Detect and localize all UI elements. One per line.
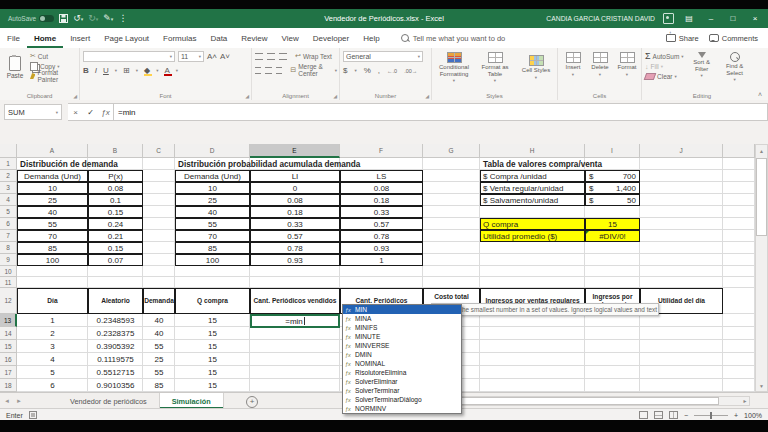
grid-cell-C3[interactable] [143,182,175,194]
cut-button[interactable]: ✂Cut [30,51,77,61]
function-option-solvereliminar[interactable]: ƒxSolverEliminar [343,377,461,386]
page-layout-view-icon[interactable] [654,411,663,419]
column-header-I[interactable]: I [585,144,640,158]
row-header-7[interactable]: 7 [0,230,17,242]
find-select-button[interactable]: Find & Select▾ [720,51,750,82]
collapse-ribbon-button[interactable]: ˄ [758,91,762,98]
cell-A3[interactable]: 10 [17,182,88,194]
grid-cell-H15[interactable] [480,340,585,353]
row-header-1[interactable]: 1 [0,158,17,170]
grid-cell-I11[interactable] [585,277,640,288]
percent-format-button[interactable]: % [364,66,371,75]
cell-E4[interactable]: 0.08 [250,194,340,206]
grid-cell-H14[interactable] [480,327,585,340]
grid-cell-J8[interactable] [640,242,723,254]
undo-button[interactable]: ↺▾ [73,14,83,24]
sim-cell-C18[interactable]: 85 [143,379,175,392]
grid-cell-G7[interactable] [423,230,480,242]
grid-cell-J15[interactable] [640,340,723,353]
grid-cell-E14[interactable] [250,327,340,340]
column-header-A[interactable]: A [17,144,88,158]
align-bottom-icon[interactable] [279,53,287,60]
autosave-toggle[interactable]: AutoSave [8,15,54,22]
font-color-button[interactable]: A [164,66,169,75]
bold-button[interactable]: B [83,66,89,75]
cell-D8[interactable]: 85 [175,242,250,254]
new-sheet-button[interactable]: + [246,396,258,408]
active-cell-e13[interactable]: =min [250,314,340,328]
cell-B6[interactable]: 0.24 [88,218,143,230]
cell-styles-button[interactable]: Cell Styles▾ [517,54,555,80]
prev-sheet-arrow[interactable]: ◄ [4,398,10,404]
ribbon-tab-view[interactable]: View [275,28,306,48]
grid-cell-C8[interactable] [143,242,175,254]
clipboard-dialog-launcher[interactable]: ◢ [73,93,77,99]
grid-cell-K14[interactable] [723,327,755,340]
decrease-decimal-button[interactable]: .00→ [404,68,417,74]
function-option-solverterminardiálogo[interactable]: ƒxSolverTerminarDiálogo [343,395,461,404]
ribbon-tab-data[interactable]: Data [203,28,234,48]
ribbon-tab-review[interactable]: Review [234,28,274,48]
grid-cell-G1[interactable] [423,158,480,170]
cumulative-header-E[interactable]: LI [250,170,340,182]
grid-cell-K1[interactable] [723,158,755,170]
cell-D6[interactable]: 55 [175,218,250,230]
redo-button[interactable]: ↻▾ [88,14,98,24]
grid-cell-K15[interactable] [723,340,755,353]
row-header-8[interactable]: 8 [0,242,17,254]
price-table-title[interactable]: Tabla de valores compra/venta [481,158,656,170]
grid-cell-C2[interactable] [143,170,175,182]
increase-decimal-button[interactable]: ←.0 [387,68,397,74]
cell-B3[interactable]: 0.08 [88,182,143,194]
fill-color-button[interactable]: ◆ [144,66,150,75]
alignment-dialog-launcher[interactable]: ◢ [333,93,337,99]
column-header-J[interactable]: J [640,144,723,158]
price-label-3[interactable]: $ Venta regular/unidad [480,182,585,194]
ribbon-tab-insert[interactable]: Insert [63,28,97,48]
macro-record-icon[interactable] [29,411,37,419]
select-all-corner[interactable] [0,144,17,158]
grid-cell-C9[interactable] [143,254,175,266]
cell-F8[interactable]: 0.93 [340,242,423,254]
grid-cell-E16[interactable] [250,353,340,366]
column-header-F[interactable]: F [340,144,423,158]
column-header-B[interactable]: B [88,144,143,158]
cell-E8[interactable]: 0.78 [250,242,340,254]
cell-F5[interactable]: 0.33 [340,206,423,218]
row-header-6[interactable]: 6 [0,218,17,230]
font-dialog-launcher[interactable]: ◢ [245,93,249,99]
sim-cell-A18[interactable]: 6 [17,379,88,392]
row-header-11[interactable]: 11 [0,277,17,288]
grid-cell-B11[interactable] [88,277,143,288]
cell-F6[interactable]: 0.57 [340,218,423,230]
function-option-minifs[interactable]: ƒxMINIFS [343,323,461,332]
ribbon-tab-formulas[interactable]: Formulas [156,28,203,48]
number-dialog-launcher[interactable]: ◢ [425,93,429,99]
insert-cells-button[interactable]: Insert▾ [561,51,585,77]
grid-cell-K4[interactable] [723,194,755,206]
zoom-slider[interactable] [694,415,728,416]
conditional-formatting-button[interactable]: Conditional Formatting▾ [435,51,473,83]
grid-cell-J18[interactable] [640,379,723,392]
grid-cell-G10[interactable] [423,266,480,277]
cell-F3[interactable]: 0.08 [340,182,423,194]
grid-cell-J4[interactable] [640,194,723,206]
row-header-3[interactable]: 3 [0,182,17,194]
column-header-C[interactable]: C [143,144,175,158]
cell-D4[interactable]: 25 [175,194,250,206]
zoom-in-button[interactable]: + [734,412,738,419]
merge-center-button[interactable]: ⊟Merge & Center▾ [290,65,337,75]
grid-cell-J5[interactable] [640,206,723,218]
demand-header-px[interactable]: P(x) [88,170,143,182]
row-header-15[interactable]: 15 [0,340,17,353]
grid-cell-J6[interactable] [640,218,723,230]
grid-cell-K8[interactable] [723,242,755,254]
grid-cell-G2[interactable] [423,170,480,182]
grow-font-button[interactable]: A˄ [207,52,217,61]
cell-E6[interactable]: 0.33 [250,218,340,230]
row-header-16[interactable]: 16 [0,353,17,366]
grid-cell-G9[interactable] [423,254,480,266]
grid-cell-J2[interactable] [640,170,723,182]
grid-cell-K12[interactable] [723,288,755,314]
shrink-font-button[interactable]: A˅ [220,52,230,61]
